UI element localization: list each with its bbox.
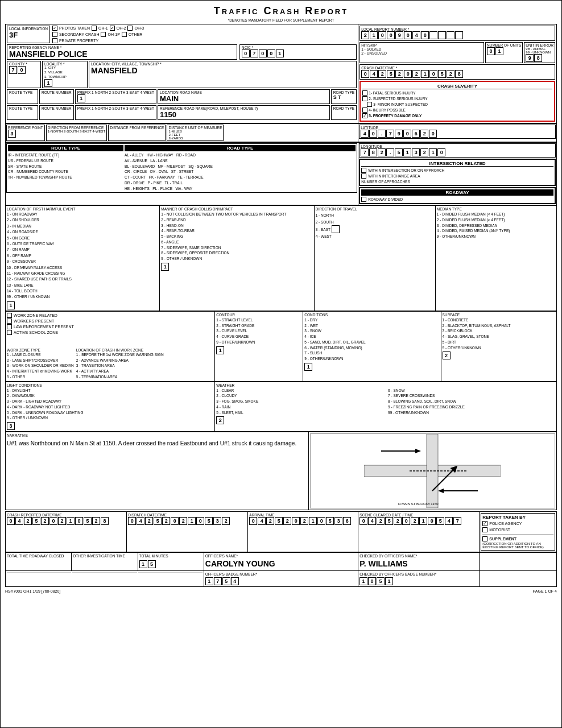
roadway-divided-checkbox[interactable] (361, 197, 366, 202)
dot-1: 1 - NORTH (316, 212, 434, 219)
location-work-zone-label: LOCATION OF CRASH IN WORK ZONE (76, 348, 164, 352)
oh3-checkbox[interactable] (127, 26, 133, 31)
lc-4: 4 - DARK - ROADWAY NOT LIGHTED (7, 404, 213, 410)
sev5-label: 5- PROPERTY DAMAGE ONLY (369, 114, 422, 118)
mt-2: 2 - DIVIDED FLUSH MEDIAN (≥ 4 FEET) (437, 217, 555, 223)
surf-4: 4 - SLAG, GRAVEL, STONE (443, 334, 556, 340)
workers-present-checkbox[interactable] (7, 318, 12, 324)
manner-of-crash-label: MANNER OF CRASH COLLISION/IMPACT (161, 207, 312, 211)
dot-2: 2 - SOUTH (316, 219, 434, 226)
sev5-checkbox[interactable] (362, 113, 367, 118)
oh3-label: OH-3 (134, 26, 144, 30)
lwz-4: 4 - ACTIVITY AREA (76, 369, 164, 374)
hit-skip-opt2: 2 - UNSOLVED (361, 51, 482, 55)
moc-3: 3 - HEAD-ON (161, 223, 312, 229)
police-agency-checkbox[interactable] (482, 521, 487, 526)
other-checkbox[interactable] (122, 32, 127, 37)
location-road-label: LOCATION ROAD NAME (160, 90, 328, 94)
num-units-digits: 01 (487, 47, 521, 55)
locality-opt1: 1. CITY (44, 66, 56, 69)
lc-5: 5 - DARK - UNKNOWN ROADWAY LIGHTING (7, 410, 213, 416)
moc-5: 5 - BACKING (161, 234, 312, 239)
road-dr: DR - DRIVE P - PIKE TL - TRAIL (125, 180, 356, 186)
report-subtitle: *DENOTES MANDATORY FIELD FOR SUPPLEMENT … (5, 18, 557, 22)
crash-severity-label: CRASH SEVERITY (362, 84, 552, 89)
local-info-value: 3F (9, 31, 48, 39)
work-zone-related-checkbox[interactable] (7, 313, 12, 318)
sev4-checkbox[interactable] (362, 107, 367, 113)
badge-d3: 5 (222, 577, 230, 585)
svg-marker-5 (438, 489, 444, 493)
private-property-checkbox[interactable] (52, 38, 57, 43)
active-school-zone-checkbox[interactable] (7, 330, 12, 335)
checked-badge-d4: 1 (385, 577, 393, 585)
location-road-value[interactable]: MAIN (160, 94, 328, 103)
sev3-checkbox[interactable] (367, 102, 372, 107)
crash-reported-datetime-label: CRASH REPORTED DATE/TIME (7, 513, 125, 517)
route-type2-label: ROUTE TYPE (9, 106, 36, 110)
officer-name-value: CAROLYN YOUNG (205, 559, 357, 568)
w-1: 1 - CLEAR (216, 388, 383, 394)
unit-error-digits: 98 (526, 54, 553, 62)
light-conditions-label: LIGHT CONDITIONS (7, 383, 213, 387)
total-minutes-digit1: 1 (139, 560, 147, 568)
oh2-label: OH-2 (117, 26, 126, 30)
oh1p-checkbox[interactable] (101, 32, 106, 37)
dispatch-datetime-label: DISPATCH DATE/TIME (128, 513, 246, 517)
moc-9: 9 - OTHER / UNKNOWN (161, 256, 312, 262)
surface-value: 2 (443, 351, 451, 359)
wzt-2: 2 - LANE SHIFT/CROSSOVER (7, 358, 74, 363)
supplement-checkbox[interactable] (482, 536, 487, 541)
oh2-checkbox[interactable] (110, 26, 115, 31)
lfhe-11: 11 - RAILWAY GRADE CROSSING (7, 271, 158, 276)
w-3: 3 - FOG, SMOG, SMOKE (216, 399, 383, 404)
route-cr: CR - NUMBERED COUNTY ROUTE (8, 169, 123, 175)
oh1-checkbox[interactable] (92, 26, 97, 31)
motorist-checkbox[interactable] (482, 527, 487, 532)
badge-d1: 1 (205, 577, 213, 585)
crash-datetime-label: CRASH DATE/TIME * (361, 66, 553, 70)
prefix1-value: 1 (77, 94, 154, 102)
lfhe-99: 99 - OTHER / UNKNOWN (7, 294, 158, 300)
county-digits: 70 (9, 66, 39, 74)
num-approaches-label: NUMBER OF APPROACHES (361, 180, 553, 184)
reporting-agency-value[interactable]: MANSFIELD POLICE (9, 49, 235, 59)
reporting-agency-label: REPORTING AGENCY NAME * (9, 46, 235, 49)
oh1p-label: OH-1P (108, 32, 119, 36)
sev1-checkbox[interactable] (362, 90, 367, 96)
road-type1-label: ROAD TYPE (333, 90, 354, 94)
report-taken-by-label: REPORT TAKEN BY (482, 515, 553, 520)
lfhe-6: 6 - OUTSIDE TRAFFIC WAY (7, 241, 158, 247)
route-number2-label: ROUTE NUMBER (42, 106, 72, 110)
sev3-label: 3- MINOR INJURY SUSPECTED (373, 102, 428, 106)
reference-road-value[interactable]: 1150 (160, 110, 328, 119)
ncic-label: NCIC * (242, 46, 354, 49)
locality-opt2: 2. VILLAGE (44, 71, 63, 74)
county-label: COUNTY * (9, 62, 39, 66)
within-interchange-checkbox[interactable] (361, 173, 366, 179)
roadway-divided-label: ROADWAY DIVIDED (368, 197, 403, 201)
cond-7: 7 - SLUSH (304, 350, 439, 356)
officer-badge-label: OFFICER'S BADGE NUMBER* (205, 572, 357, 576)
narrative-text: U#1 was Northbound on N Main St at 1150.… (7, 439, 307, 473)
location-value[interactable]: MANSFIELD (91, 66, 354, 75)
law-enforcement-checkbox[interactable] (7, 324, 12, 329)
c-4: 4 - CURVE GRADE (216, 334, 301, 340)
road-bl: BL - BOULEVARD MP - MILEPOST SQ - SQUARE (125, 164, 356, 169)
sev2-checkbox[interactable] (362, 96, 367, 101)
cond-5: 5 - SAND, MUD, DIRT, OIL, GRAVEL (304, 340, 439, 345)
lfhe-8: 8 - OFF RAMP (7, 253, 158, 259)
weather-label: WEATHER (216, 383, 555, 387)
c-9: 9 - OTHER/UNKNOWN (216, 340, 301, 345)
photos-taken-checkbox[interactable] (52, 26, 57, 31)
within-intersection-checkbox[interactable] (361, 168, 366, 173)
secondary-crash-checkbox[interactable] (52, 32, 57, 37)
surf-1: 1 - CONCRETE (443, 317, 556, 323)
num-units-label: NUMBER OF UNITS (487, 43, 521, 47)
moc-value: 1 (161, 263, 169, 271)
surf-5: 5 - DIRT (443, 340, 556, 345)
distance-unit-label: DISTANCE UNIT OF MEASURE (168, 126, 222, 130)
intersection-related-label: INTERSECTION RELATED (361, 161, 553, 167)
page-number: PAGE 1 OF 4 (533, 589, 557, 593)
scene-cleared-label: SCENE CLEARED DATE / TIME (359, 513, 478, 517)
